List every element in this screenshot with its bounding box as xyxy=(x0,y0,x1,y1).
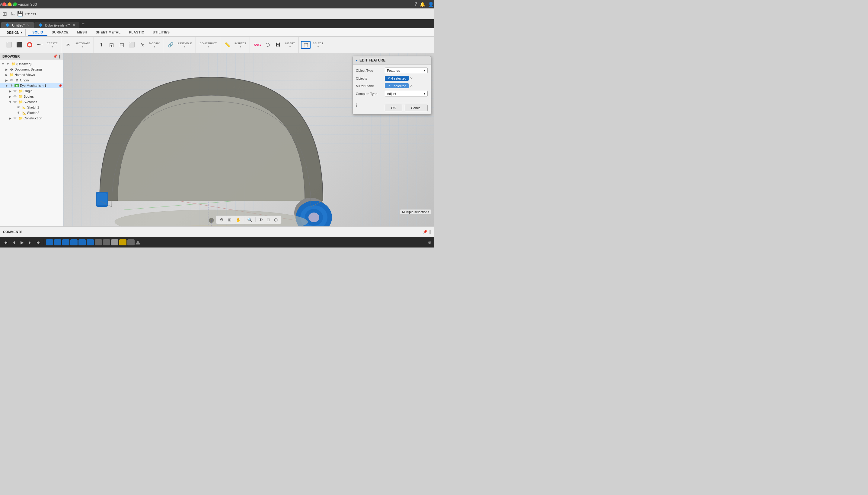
apps-icon[interactable]: ⊞ xyxy=(2,11,7,17)
tl-frame-5[interactable] xyxy=(79,239,86,245)
select-btn[interactable]: ⬚ xyxy=(301,41,311,49)
construct-more-btn[interactable]: CONSTRUCT ▾ xyxy=(198,41,218,49)
tree-item-origin-root[interactable]: ▶ 👁 ⊕ Origin xyxy=(0,78,63,83)
automate-btn[interactable]: ✂ xyxy=(64,41,73,48)
tl-frame-1[interactable] xyxy=(46,239,53,245)
tl-frame-3[interactable] xyxy=(62,239,69,245)
tab-utilities[interactable]: UTILITIES xyxy=(148,29,174,36)
tree-item-doc-settings[interactable]: ▶ ⚙ Document Settings xyxy=(0,67,63,72)
help-icon[interactable]: ? xyxy=(414,1,417,7)
tl-prev-btn[interactable]: ⏴ xyxy=(11,239,17,245)
tl-frame-9[interactable] xyxy=(111,239,118,245)
decal-btn[interactable]: 🖼 xyxy=(273,41,283,48)
undo-btn[interactable]: ↩▾ xyxy=(24,12,30,16)
tree-item-bodies[interactable]: ▶ 👁 📁 Bodies xyxy=(0,94,63,99)
tree-item-sketches[interactable]: ▼ 👁 📁 Sketches xyxy=(0,99,63,105)
tree-item-unsaved[interactable]: ▼ ▼ 📁 (Unsaved) xyxy=(0,61,63,67)
ef-objects-clear[interactable]: ✕ xyxy=(410,76,413,81)
notification-icon[interactable]: 🔔 xyxy=(420,1,426,7)
tl-frame-2[interactable] xyxy=(54,239,61,245)
ef-ok-button[interactable]: OK xyxy=(385,105,402,111)
modify-more-btn[interactable]: MODIFY ▾ xyxy=(148,41,161,49)
tl-start-btn[interactable]: ⏮ xyxy=(2,239,9,245)
tl-frame-4[interactable] xyxy=(70,239,78,245)
display-settings-btn[interactable]: ⚙ xyxy=(218,217,225,223)
ef-mirror-clear[interactable]: ✕ xyxy=(410,84,413,88)
shell-btn[interactable]: ⬜ xyxy=(127,41,137,48)
browser-collapse-icon[interactable]: ‖ xyxy=(59,54,61,58)
file-tab-untitled[interactable]: 🔷 Untitled* ✕ xyxy=(1,22,34,28)
tl-settings-btn[interactable]: ⚙ xyxy=(428,240,431,245)
tree-item-named-views[interactable]: ▶ 📁 Named Views xyxy=(0,72,63,78)
fx-btn[interactable]: fx xyxy=(137,42,147,48)
automate-more-btn[interactable]: AUTOMATE ▾ xyxy=(74,41,92,49)
ef-object-type-dropdown[interactable]: Features ▾ xyxy=(385,68,428,73)
pan-btn[interactable]: ✋ xyxy=(234,217,242,223)
tl-next-btn[interactable]: ⏵ xyxy=(27,239,33,245)
ef-info-icon[interactable]: ℹ xyxy=(356,103,357,108)
browser-pin-icon[interactable]: 📌 xyxy=(53,54,58,58)
tab-sheet-metal[interactable]: SHEET METAL xyxy=(92,29,125,36)
tree-item-sketch2[interactable]: 👁 📐 Sketch2 xyxy=(0,110,63,116)
display-mode-btn[interactable]: □ xyxy=(266,217,271,223)
ef-title: EDIT FEATURE xyxy=(359,58,386,63)
comments-pin-icon[interactable]: 📌 xyxy=(423,230,427,234)
insert-more-btn[interactable]: INSERT ▾ xyxy=(283,41,296,49)
tl-marker[interactable] xyxy=(135,240,140,244)
maximize-button[interactable] xyxy=(13,2,17,6)
tree-item-eye-mechanism[interactable]: ▼ 👁 ◉ Eye Mechanism:1 📌 xyxy=(0,83,63,88)
user-icon[interactable]: 👤 xyxy=(428,1,434,7)
chamfer-btn[interactable]: ◲ xyxy=(117,41,127,48)
tl-end-btn[interactable]: ⏭ xyxy=(35,239,42,245)
create-more-btn[interactable]: CREATE ▾ xyxy=(45,41,59,49)
close-button[interactable] xyxy=(2,2,6,6)
comments-collapse-icon[interactable]: ‖ xyxy=(429,230,431,234)
new-tab-btn[interactable]: + xyxy=(82,21,84,27)
measure-btn[interactable]: 📏 xyxy=(223,41,232,48)
sweep-btn[interactable]: 〰 xyxy=(35,41,45,48)
tab-close-bubo[interactable]: ✕ xyxy=(73,23,75,27)
assemble-more-btn[interactable]: ASSEMBLE ▾ xyxy=(176,41,194,49)
tl-frame-10[interactable] xyxy=(119,239,127,245)
revolve-btn[interactable]: ⭕ xyxy=(25,41,34,48)
tab-surface[interactable]: SURFACE xyxy=(47,29,73,36)
ef-compute-dropdown[interactable]: Adjust ▾ xyxy=(385,91,428,97)
tab-close-untitled[interactable]: ✕ xyxy=(27,23,30,27)
view-btn[interactable]: 👁 xyxy=(258,217,264,223)
file-tabs: 🔷 Untitled* ✕ 🔷 Bubo Eyelids v7* ✕ + xyxy=(0,19,434,28)
tab-mesh[interactable]: MESH xyxy=(73,29,92,36)
ef-mirror-selected[interactable]: ↗ 1 selected xyxy=(385,83,409,88)
new-component-btn[interactable]: ⬜ xyxy=(4,41,14,48)
viewport[interactable]: FRONT X Y ● EDIT FEATURE Object Type xyxy=(63,53,434,226)
redo-btn[interactable]: ↪▾ xyxy=(31,12,36,16)
inspect-more-btn[interactable]: INSPECT ▾ xyxy=(233,41,248,49)
ef-cancel-button[interactable]: Cancel xyxy=(405,105,428,111)
insert-group: SVG ⬡ 🖼 INSERT ▾ xyxy=(250,37,298,53)
zoom-btn[interactable]: 🔍 xyxy=(246,217,253,223)
tl-frame-6[interactable] xyxy=(87,239,94,245)
ef-objects-selected[interactable]: ↗ 4 selected xyxy=(385,76,409,81)
tab-plastic[interactable]: PLASTIC xyxy=(125,29,148,36)
effects-btn[interactable]: ⬡ xyxy=(273,217,279,223)
tab-solid[interactable]: SOLID xyxy=(28,29,47,36)
tl-play-btn[interactable]: ▶ xyxy=(19,239,25,245)
file-tab-bubo[interactable]: 🔷 Bubo Eyelids v7* ✕ xyxy=(34,22,79,28)
joint-btn[interactable]: 🔗 xyxy=(166,41,175,48)
file-menu[interactable]: 🗂 xyxy=(11,11,16,17)
minimize-button[interactable] xyxy=(8,2,12,6)
press-pull-btn[interactable]: ⬆ xyxy=(96,41,106,48)
tl-frame-8[interactable] xyxy=(103,239,110,245)
insert-svg-btn[interactable]: SVG xyxy=(252,42,262,48)
tl-frame-7[interactable] xyxy=(95,239,102,245)
tree-item-origin-sub[interactable]: ▶ 👁 📁 Origin xyxy=(0,88,63,94)
fillet-btn[interactable]: ◱ xyxy=(107,41,116,48)
tree-item-construction[interactable]: ▶ 👁 📁 Construction xyxy=(0,116,63,121)
extrude-btn[interactable]: ⬛ xyxy=(15,41,24,48)
insert-mesh-btn[interactable]: ⬡ xyxy=(263,41,273,48)
save-btn[interactable]: 💾 xyxy=(17,11,23,17)
grid-btn[interactable]: ⊞ xyxy=(227,217,233,223)
tl-frame-11[interactable] xyxy=(127,239,135,245)
tree-item-sketch1[interactable]: 👁 📐 Sketch1 xyxy=(0,105,63,110)
select-more-btn[interactable]: SELECT ▾ xyxy=(311,41,325,49)
design-mode-btn[interactable]: DESIGN ▾ xyxy=(4,29,26,36)
